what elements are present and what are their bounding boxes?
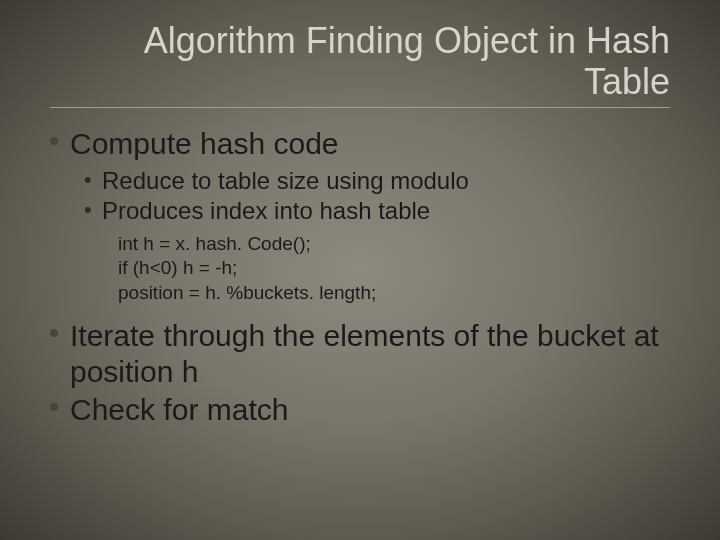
- slide: Algorithm Finding Object in Hash Table C…: [0, 0, 720, 540]
- slide-title: Algorithm Finding Object in Hash Table: [50, 20, 670, 103]
- sub-list-item: Reduce to table size using modulo: [84, 166, 670, 196]
- sub-list-text: Produces index into hash table: [102, 197, 430, 224]
- list-item-text: Iterate through the elements of the buck…: [70, 319, 659, 388]
- sub-list-text: Reduce to table size using modulo: [102, 167, 469, 194]
- sub-list: Reduce to table size using modulo Produc…: [84, 166, 670, 226]
- code-line: position = h. %buckets. length;: [118, 281, 670, 306]
- code-block: int h = x. hash. Code(); if (h<0) h = -h…: [118, 232, 670, 306]
- code-line: if (h<0) h = -h;: [118, 256, 670, 281]
- list-item: Iterate through the elements of the buck…: [50, 318, 670, 390]
- list-item-text: Check for match: [70, 393, 288, 426]
- list-item: Compute hash code Reduce to table size u…: [50, 126, 670, 306]
- title-underline: [50, 107, 670, 108]
- sub-list-item: Produces index into hash table: [84, 196, 670, 226]
- code-line: int h = x. hash. Code();: [118, 232, 670, 257]
- content-list: Compute hash code Reduce to table size u…: [50, 126, 670, 428]
- list-item: Check for match: [50, 392, 670, 428]
- list-item-text: Compute hash code: [70, 127, 339, 160]
